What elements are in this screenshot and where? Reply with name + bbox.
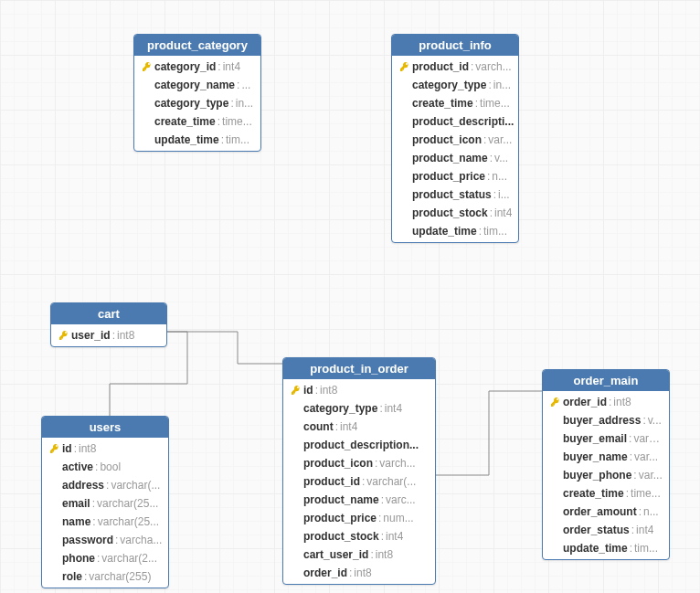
entity-title: product_category (134, 35, 260, 56)
field-type: int8 (613, 395, 631, 409)
field-row[interactable]: product_description... (283, 436, 435, 454)
field-row[interactable]: update_time: tim... (134, 131, 260, 149)
field-name: product_name (303, 492, 379, 507)
connector-line (436, 391, 542, 475)
field-type: int4 (386, 529, 403, 544)
key-cell (548, 397, 563, 408)
field-type: varchar(... (366, 474, 416, 489)
field-name: count (303, 419, 334, 434)
field-row[interactable]: buyer_phone: var... (543, 466, 669, 484)
field-name: product_icon (412, 132, 482, 147)
connector-line (110, 384, 187, 416)
field-row[interactable]: product_price: num... (283, 509, 435, 527)
field-row[interactable]: active: bool (42, 458, 168, 476)
field-row[interactable]: id: int8 (283, 381, 435, 399)
field-name: product_price (412, 169, 485, 184)
field-type: varch... (475, 59, 511, 74)
field-row[interactable]: category_type: in... (134, 94, 260, 112)
entity-users[interactable]: usersid: int8active: booladdress: varcha… (41, 416, 169, 588)
field-row[interactable]: password: varcha... (42, 531, 168, 549)
field-name: create_time (412, 96, 473, 111)
entity-title: order_main (543, 370, 669, 391)
field-row[interactable]: category_type: int4 (283, 399, 435, 418)
field-type: int8 (79, 441, 96, 456)
field-row[interactable]: buyer_email: varc... (543, 429, 669, 448)
field-row[interactable]: product_stock: int4 (392, 204, 518, 222)
field-name: order_id (563, 395, 607, 409)
field-name: buyer_phone (563, 468, 631, 482)
field-row[interactable]: name: varchar(25... (42, 513, 168, 531)
field-name: buyer_name (563, 450, 628, 464)
field-row[interactable]: count: int4 (283, 418, 435, 436)
field-row[interactable]: role: varchar(255) (42, 567, 168, 586)
field-row[interactable]: buyer_address: v... (543, 411, 669, 429)
field-row[interactable]: category_id: int4 (134, 58, 260, 76)
field-row[interactable]: create_time: time... (392, 94, 518, 112)
field-type: int8 (354, 566, 371, 580)
field-type: n... (492, 169, 507, 184)
field-type: int8 (117, 328, 134, 343)
field-row[interactable]: order_id: int8 (543, 393, 669, 411)
field-row[interactable]: category_type: in... (392, 76, 518, 94)
field-row[interactable]: category_name: ... (134, 76, 260, 94)
entity-order_main[interactable]: order_mainorder_id: int8buyer_address: v… (542, 369, 670, 560)
field-row[interactable]: cart_user_id: int8 (283, 545, 435, 564)
field-type: varchar(2... (101, 551, 157, 566)
field-type: var... (639, 468, 663, 482)
entity-product_category[interactable]: product_categorycategory_id: int4categor… (133, 34, 261, 152)
field-name: update_time (154, 132, 219, 147)
field-row[interactable]: email: varchar(25... (42, 494, 168, 513)
entity-title: product_in_order (283, 358, 435, 379)
field-type: v... (648, 413, 662, 428)
primary-key-icon (49, 443, 60, 454)
primary-key-icon (58, 330, 69, 341)
field-row[interactable]: product_id: varch... (392, 58, 518, 76)
field-row[interactable]: product_name: varc... (283, 491, 435, 509)
entity-cart[interactable]: cartuser_id: int8 (50, 302, 167, 347)
field-row[interactable]: phone: varchar(2... (42, 549, 168, 567)
field-row[interactable]: order_status: int4 (543, 521, 669, 539)
field-row[interactable]: product_icon: varch... (283, 454, 435, 472)
field-name: product_description... (303, 438, 419, 452)
field-name: create_time (154, 114, 216, 129)
field-row[interactable]: address: varchar(... (42, 476, 168, 494)
entity-fields: order_id: int8buyer_address: v...buyer_e… (543, 391, 669, 559)
entity-product_in_order[interactable]: product_in_orderid: int8category_type: i… (282, 357, 436, 585)
field-type: tim... (226, 132, 249, 147)
field-row[interactable]: product_status: i... (392, 185, 518, 204)
field-row[interactable]: create_time: time... (134, 112, 260, 131)
field-row[interactable]: buyer_name: var... (543, 448, 669, 466)
field-row[interactable]: id: int8 (42, 439, 168, 458)
entity-product_info[interactable]: product_infoproduct_id: varch...category… (391, 34, 519, 243)
field-type: time... (222, 114, 252, 129)
field-row[interactable]: update_time: tim... (392, 222, 518, 240)
field-name: active (62, 460, 93, 474)
field-type: int4 (385, 401, 402, 416)
field-row[interactable]: product_id: varchar(... (283, 472, 435, 491)
entity-title: users (42, 417, 168, 438)
field-name: product_stock (303, 529, 379, 544)
field-name: product_name (412, 151, 488, 165)
field-row[interactable]: product_price: n... (392, 167, 518, 185)
field-row[interactable]: product_stock: int4 (283, 527, 435, 545)
field-row[interactable]: create_time: time... (543, 484, 669, 503)
field-type: int4 (636, 523, 653, 537)
field-row[interactable]: product_descripti... (392, 112, 518, 131)
field-name: order_id (303, 566, 347, 580)
field-name: phone (62, 551, 95, 566)
field-row[interactable]: update_time: tim... (543, 539, 669, 557)
field-name: product_descripti... (412, 114, 514, 129)
field-type: tim... (634, 541, 658, 556)
key-cell (289, 385, 303, 396)
field-row[interactable]: order_id: int8 (283, 564, 435, 582)
field-row[interactable]: product_name: v... (392, 149, 518, 167)
field-type: varc... (386, 492, 416, 507)
entity-title: cart (51, 303, 166, 324)
field-name: order_status (563, 523, 630, 537)
field-row[interactable]: product_icon: var... (392, 131, 518, 149)
field-row[interactable]: user_id: int8 (51, 326, 166, 344)
primary-key-icon (550, 397, 561, 408)
field-name: product_stock (412, 206, 488, 220)
field-row[interactable]: order_amount: n... (543, 503, 669, 521)
primary-key-icon (291, 385, 302, 396)
